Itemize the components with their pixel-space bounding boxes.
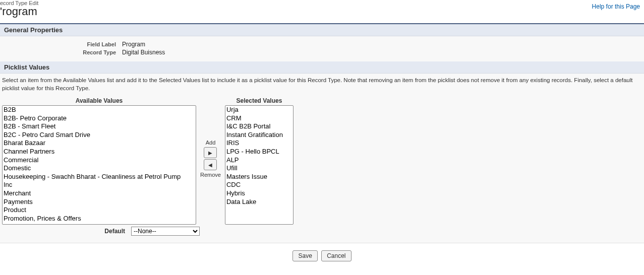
- list-item[interactable]: Masters Issue: [225, 173, 293, 181]
- picklist-help-text: Select an item from the Available Values…: [0, 74, 644, 97]
- list-item[interactable]: Urja: [225, 106, 293, 114]
- remove-label: Remove: [200, 172, 221, 178]
- default-label: Default: [2, 228, 131, 235]
- cancel-button[interactable]: Cancel: [321, 250, 351, 261]
- list-item[interactable]: Commercial: [3, 156, 196, 165]
- list-item[interactable]: Ufill: [225, 164, 293, 173]
- list-item[interactable]: Promotion, Prices & Offers: [3, 215, 196, 223]
- list-item[interactable]: IRIS: [225, 139, 293, 148]
- chevron-left-icon: ◀: [208, 162, 212, 168]
- footer-buttons: Save Cancel: [0, 243, 644, 267]
- section-general-header: General Properties: [0, 24, 644, 36]
- list-item[interactable]: B2B- Petro Corporate: [3, 114, 196, 123]
- general-properties: Field Label Program Record Type Digital …: [0, 36, 644, 61]
- list-item[interactable]: Inc: [3, 181, 196, 189]
- list-item[interactable]: Housekeeping - Swachh Bharat - Cleanline…: [3, 173, 196, 181]
- list-item[interactable]: B2C - Petro Card Smart Drive: [3, 131, 196, 140]
- record-type-lbl: Record Type: [0, 49, 122, 55]
- field-label-lbl: Field Label: [0, 41, 122, 47]
- list-item[interactable]: LPG - Hello BPCL: [225, 148, 293, 156]
- page-title: 'rogram: [0, 5, 644, 18]
- record-type-val: Digital Buisness: [122, 49, 165, 56]
- list-item[interactable]: Product: [3, 206, 196, 215]
- list-item[interactable]: Payments: [3, 198, 196, 207]
- selected-title: Selected Values: [237, 97, 282, 104]
- remove-button[interactable]: ◀: [204, 159, 217, 170]
- list-item[interactable]: Instant Gratification: [225, 131, 293, 140]
- list-item[interactable]: Channel Partners: [3, 148, 196, 156]
- help-link[interactable]: Help for this Page: [592, 3, 640, 10]
- list-item[interactable]: B2B - Smart Fleet: [3, 122, 196, 131]
- list-item[interactable]: I&C B2B Portal: [225, 122, 293, 131]
- list-item[interactable]: CDC: [225, 181, 293, 189]
- chevron-right-icon: ▶: [208, 150, 212, 156]
- list-item[interactable]: ALP: [225, 156, 293, 165]
- picklist-area: Available Values B2BB2B- Petro Corporate…: [0, 97, 644, 243]
- save-button[interactable]: Save: [292, 250, 317, 261]
- list-item[interactable]: B2B: [3, 106, 196, 114]
- list-item[interactable]: Domestic: [3, 164, 196, 173]
- list-item[interactable]: Data Lake: [225, 198, 293, 207]
- available-title: Available Values: [76, 97, 123, 104]
- section-picklist-header: Picklist Values: [0, 61, 644, 74]
- available-values-list[interactable]: B2BB2B- Petro CorporateB2B - Smart Fleet…: [2, 105, 196, 225]
- add-button[interactable]: ▶: [204, 147, 217, 158]
- selected-values-list[interactable]: UrjaCRMI&C B2B PortalInstant Gratificati…: [225, 105, 294, 225]
- field-label-val: Program: [122, 41, 145, 48]
- list-item[interactable]: Bharat Bazaar: [3, 139, 196, 148]
- list-item[interactable]: Hybris: [225, 189, 293, 198]
- list-item[interactable]: Merchant: [3, 189, 196, 198]
- add-label: Add: [206, 140, 216, 146]
- list-item[interactable]: CRM: [225, 114, 293, 123]
- default-select[interactable]: --None--: [131, 227, 200, 236]
